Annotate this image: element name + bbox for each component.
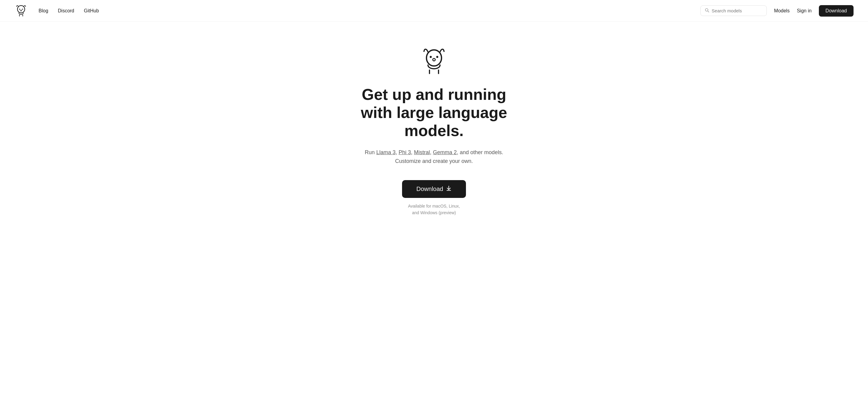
download-arrow-icon: [446, 185, 452, 193]
svg-point-1: [19, 8, 20, 9]
search-box[interactable]: [701, 5, 767, 16]
hero-section: Get up and running with large language m…: [0, 22, 868, 234]
hero-link-gemma2[interactable]: Gemma 2: [433, 149, 457, 155]
svg-point-11: [433, 59, 435, 61]
nav-link-blog[interactable]: Blog: [38, 8, 48, 13]
nav-download-button[interactable]: Download: [819, 5, 854, 17]
search-icon: [705, 8, 709, 13]
svg-point-3: [21, 10, 22, 11]
nav-link-github[interactable]: GitHub: [84, 8, 99, 13]
hero-download-button[interactable]: Download: [402, 180, 466, 198]
hero-subtitle: Run Llama 3, Phi 3, Mistral, Gemma 2, an…: [365, 148, 503, 166]
navbar: Blog Discord GitHub Models Sign in Downl…: [0, 0, 868, 22]
hero-link-phi3[interactable]: Phi 3: [398, 149, 411, 155]
search-input[interactable]: [712, 8, 762, 13]
svg-point-9: [430, 56, 432, 58]
svg-point-8: [427, 50, 441, 66]
nav-logo[interactable]: [14, 4, 28, 18]
hero-title: Get up and running with large language m…: [355, 86, 513, 140]
hero-download-label: Download: [416, 185, 443, 193]
nav-link-discord[interactable]: Discord: [58, 8, 74, 13]
hero-link-mistral[interactable]: Mistral: [414, 149, 430, 155]
svg-point-2: [22, 8, 23, 9]
nav-links: Blog Discord GitHub: [38, 8, 99, 13]
hero-logo: [419, 46, 449, 76]
svg-point-10: [436, 56, 438, 58]
nav-left: Blog Discord GitHub: [14, 4, 99, 18]
nav-right: Models Sign in Download: [701, 5, 854, 17]
hero-link-llama3[interactable]: Llama 3: [376, 149, 396, 155]
svg-line-7: [708, 11, 709, 12]
hero-subtitle-prefix: Run: [365, 149, 376, 155]
nav-signin-link[interactable]: Sign in: [797, 8, 812, 13]
nav-models-link[interactable]: Models: [774, 8, 789, 13]
hero-availability: Available for macOS, Linux,and Windows (…: [408, 203, 460, 216]
